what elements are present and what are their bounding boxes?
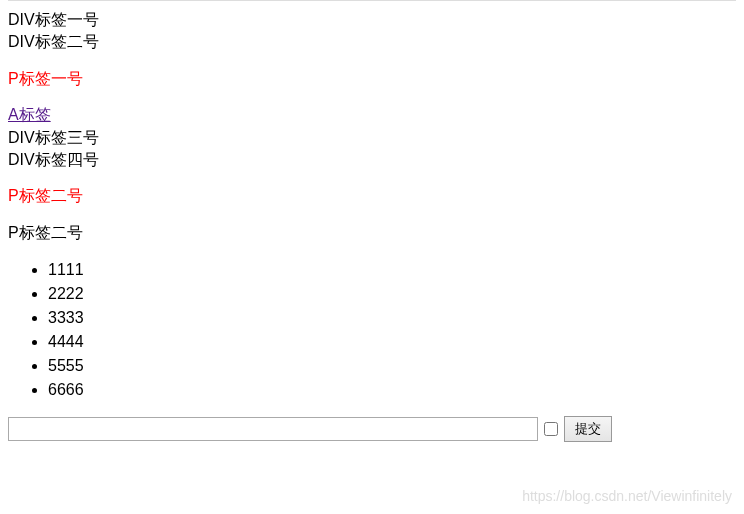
form-row: 提交	[8, 416, 736, 442]
list-item: 5555	[48, 354, 736, 378]
list-item: 6666	[48, 378, 736, 402]
div-tag-3: DIV标签三号	[8, 127, 736, 149]
watermark-text: https://blog.csdn.net/Viewinfinitely	[522, 488, 732, 504]
main-content: DIV标签一号 DIV标签二号 P标签一号 A标签 DIV标签三号 DIV标签四…	[0, 1, 744, 450]
p-tag-2-red: P标签二号	[8, 185, 736, 207]
list-item: 2222	[48, 282, 736, 306]
submit-button[interactable]: 提交	[564, 416, 612, 442]
a-tag-link[interactable]: A标签	[8, 104, 51, 126]
list-item: 1111	[48, 258, 736, 282]
text-input[interactable]	[8, 417, 538, 441]
list-item: 4444	[48, 330, 736, 354]
p-tag-1-red: P标签一号	[8, 68, 736, 90]
div-tag-1: DIV标签一号	[8, 9, 736, 31]
div-tag-4: DIV标签四号	[8, 149, 736, 171]
p-tag-2-black: P标签二号	[8, 222, 736, 244]
list-item: 3333	[48, 306, 736, 330]
checkbox-input[interactable]	[544, 422, 558, 436]
div-tag-2: DIV标签二号	[8, 31, 736, 53]
unordered-list: 1111 2222 3333 4444 5555 6666	[8, 258, 736, 402]
